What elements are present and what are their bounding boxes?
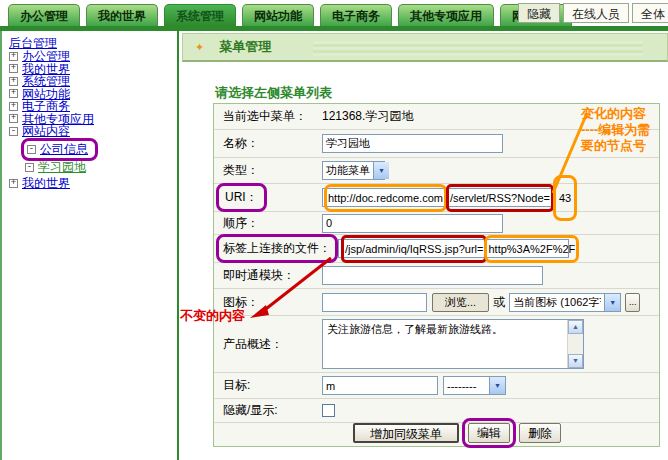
all-users-button[interactable]: 全体 — [632, 3, 668, 23]
order-input[interactable]: 0 — [322, 214, 503, 233]
target-label: 目标: — [214, 377, 322, 394]
annotation-purple-ring-edit-button: 编辑 — [462, 418, 516, 448]
sidebar-tree: 后台管理 +办公管理 +我的世界 +系统管理 +网站功能 +电子商务 +其他专项… — [0, 31, 179, 460]
sidebar-item-site-content[interactable]: 网站内容 — [22, 125, 70, 138]
row-description: 产品概述： 关注旅游信息，了解最新旅游线路。 ▲ ▼ — [214, 316, 659, 373]
expand-plus-icon[interactable]: + — [9, 89, 18, 98]
annotation-red-ring-uri-servlet: /servlet/RSS?Node= — [446, 184, 554, 212]
target-input[interactable]: m — [322, 376, 438, 395]
or-text: 或 — [493, 294, 505, 311]
sidebar-root-link[interactable]: 后台管理 — [9, 37, 57, 50]
more-options-button[interactable]: ... — [625, 293, 640, 312]
tab-site-functions[interactable]: 网站功能 — [242, 4, 314, 26]
file-url-text: http%3A%2F%2F — [488, 243, 575, 255]
file-path-text: /jsp/admin/iq/IqRSS.jsp?url= — [345, 243, 483, 255]
top-tab-bar: 办公管理 我的世界 系统管理 网站功能 电子商务 其他专项应用 网站内容 隐藏 … — [0, 0, 668, 26]
type-select[interactable]: 功能菜单▼ — [322, 161, 385, 180]
name-input[interactable]: 学习园地 — [322, 134, 503, 153]
hide-button[interactable]: 隐藏 — [518, 3, 560, 23]
uri-label: URI： — [225, 190, 258, 204]
expand-plus-icon[interactable]: + — [9, 64, 18, 73]
row-uri: URI： http://doc.redcome.com/servlet/RSS?… — [214, 184, 659, 212]
row-tab-link-file: 标签上连接的文件： /jsp/admin/iq/IqRSS.jsp?url=ht… — [214, 235, 659, 263]
uri-input[interactable]: http://doc.redcome.com/servlet/RSS?Node=… — [322, 188, 555, 207]
annotation-orange-ring-file-url: http%3A%2F%2F — [484, 235, 579, 263]
collapse-minus-icon[interactable]: - — [27, 145, 36, 154]
sidebar-item-system-admin[interactable]: 系统管理 — [22, 75, 70, 88]
target-select[interactable]: --------▼ — [443, 376, 506, 395]
orange-note-line: 要的节点号 — [581, 138, 667, 154]
row-hide-show: 隐藏/显示: — [214, 399, 659, 423]
file-input[interactable]: /jsp/admin/iq/IqRSS.jsp?url=http%3A%2F%2… — [338, 239, 569, 258]
current-menu-label: 当前选中菜单： — [214, 108, 322, 125]
tab-my-world[interactable]: 我的世界 — [86, 4, 158, 26]
main-tabs: 办公管理 我的世界 系统管理 网站功能 电子商务 其他专项应用 网站内容 — [8, 4, 572, 26]
browse-button[interactable]: 浏览... — [432, 293, 489, 312]
hide-show-checkbox[interactable] — [322, 404, 335, 417]
tab-office-admin[interactable]: 办公管理 — [8, 4, 80, 26]
target-input-value: m — [326, 380, 335, 392]
im-module-input[interactable] — [322, 266, 543, 285]
sidebar-item-study-garden[interactable]: 学习园地 — [38, 161, 86, 174]
tab-special-apps[interactable]: 其他专项应用 — [398, 4, 494, 26]
chevron-down-icon: ▼ — [604, 294, 620, 311]
expand-plus-icon[interactable]: + — [9, 102, 18, 111]
description-textarea[interactable]: 关注旅游信息，了解最新旅游线路。 ▲ ▼ — [322, 319, 584, 369]
tab-ecommerce[interactable]: 电子商务 — [320, 4, 392, 26]
icon-file-input[interactable] — [322, 293, 427, 312]
annotation-purple-ring-uri-label: URI： — [216, 183, 267, 212]
current-menu-value: 121368.学习园地 — [322, 108, 413, 125]
row-type: 类型： 功能菜单▼ — [214, 158, 659, 184]
page-header-bar: ✦ 菜单管理 — [182, 33, 668, 62]
type-select-value: 功能菜单 — [326, 163, 370, 178]
order-label: 顺序： — [214, 215, 322, 232]
tab-system-admin[interactable]: 系统管理 — [164, 4, 236, 26]
expand-plus-icon[interactable]: + — [9, 77, 18, 86]
annotation-red-ring-file-path: /jsp/admin/iq/IqRSS.jsp?url= — [341, 235, 487, 263]
page-title: 菜单管理 — [219, 38, 271, 56]
add-sibling-menu-button[interactable]: 增加同级菜单 — [353, 423, 459, 443]
orange-note-line: 变化的内容 — [581, 106, 667, 122]
diamond-bullet-icon: ✦ — [195, 41, 204, 54]
expand-plus-icon[interactable]: + — [9, 179, 18, 188]
sidebar-item-office-admin[interactable]: 办公管理 — [22, 50, 70, 63]
uri-servlet-text: /servlet/RSS?Node= — [450, 192, 550, 204]
sidebar-item-ecommerce[interactable]: 电子商务 — [22, 100, 70, 113]
annotation-orange-ring-uri-host: http://doc.redcome.com — [324, 184, 447, 212]
order-input-value: 0 — [326, 217, 332, 229]
annotation-orange-note: 变化的内容 ----编辑为需 要的节点号 — [581, 106, 667, 154]
annotation-red-note: 不变的内容 — [180, 307, 245, 325]
expand-plus-icon[interactable]: + — [9, 114, 18, 123]
collapse-minus-icon[interactable]: - — [25, 163, 34, 172]
im-module-label: 即时通模块： — [214, 267, 322, 284]
chevron-down-icon: ▼ — [373, 162, 389, 179]
scroll-down-icon[interactable]: ▼ — [568, 354, 583, 368]
file-label: 标签上连接的文件： — [223, 241, 331, 255]
orange-note-line: ----编辑为需 — [581, 122, 667, 138]
row-buttons: 增加同级菜单 编辑 删除 — [214, 423, 659, 443]
current-icon-select-value: 当前图标 (1062字节) — [513, 295, 601, 310]
online-users-button[interactable]: 在线人员 — [563, 3, 629, 23]
row-target: 目标: m --------▼ — [214, 373, 659, 399]
description-text: 关注旅游信息，了解最新旅游线路。 — [323, 320, 583, 338]
chevron-down-icon: ▼ — [489, 377, 505, 394]
main-content: ✦ 菜单管理 请选择左侧菜单列表 当前选中菜单： 121368.学习园地 名称：… — [181, 31, 668, 460]
collapse-minus-icon[interactable]: - — [9, 127, 18, 136]
scroll-up-icon[interactable]: ▲ — [568, 320, 583, 334]
sidebar-item-company-info[interactable]: 公司信息 — [40, 143, 88, 156]
expand-plus-icon[interactable]: + — [9, 52, 18, 61]
name-label: 名称： — [214, 135, 322, 152]
annotation-purple-ring-company-info: - 公司信息 — [21, 138, 98, 161]
delete-button[interactable]: 删除 — [519, 423, 561, 443]
topbar-right-buttons: 隐藏 在线人员 全体 — [518, 3, 668, 23]
type-label: 类型： — [214, 162, 322, 179]
sidebar-item-my-world-2[interactable]: 我的世界 — [22, 177, 70, 190]
textarea-scrollbar[interactable]: ▲ ▼ — [567, 320, 583, 368]
current-icon-select[interactable]: 当前图标 (1062字节)▼ — [509, 293, 621, 312]
description-label: 产品概述： — [214, 336, 322, 353]
hide-show-label: 隐藏/显示: — [214, 402, 322, 419]
row-order: 顺序： 0 — [214, 212, 659, 235]
menu-edit-form: 当前选中菜单： 121368.学习园地 名称： 学习园地 类型： 功能菜单▼ U… — [213, 103, 660, 447]
edit-button[interactable]: 编辑 — [468, 423, 510, 443]
row-icon: 图标： 浏览... 或 当前图标 (1062字节)▼ ... — [214, 289, 659, 316]
